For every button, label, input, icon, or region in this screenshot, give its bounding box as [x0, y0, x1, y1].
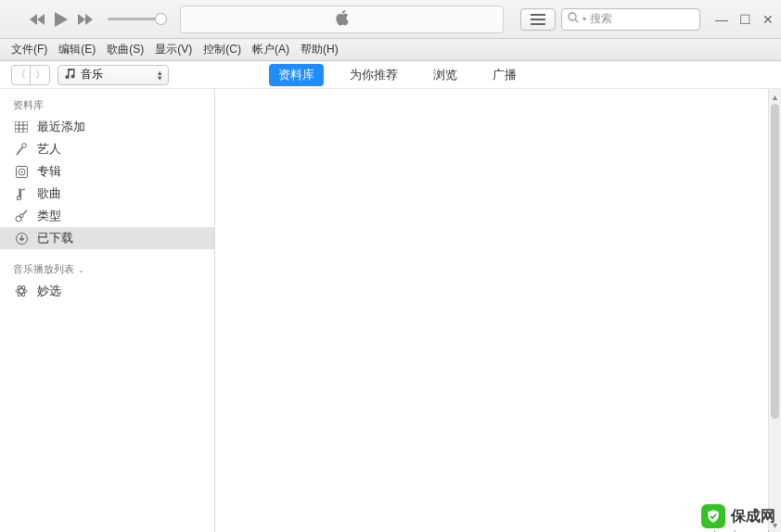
sidebar-item-genius[interactable]: 妙选 [0, 280, 214, 302]
sidebar-item-label: 最近添加 [37, 119, 85, 135]
search-input[interactable]: ▾ 搜索 [561, 8, 700, 31]
scroll-thumb[interactable] [771, 104, 779, 419]
svg-line-1 [575, 19, 578, 22]
search-placeholder: 搜索 [590, 11, 612, 27]
minimize-button[interactable]: — [715, 12, 728, 27]
note-icon [13, 187, 30, 200]
sub-toolbar: 〈 〉 音乐 ▴▾ 资料库 为你推荐 浏览 广播 [0, 61, 781, 89]
album-icon [13, 166, 30, 178]
svg-point-11 [20, 171, 22, 172]
menu-view[interactable]: 显示(V) [149, 42, 198, 57]
sidebar-header-library: 资料库 [0, 95, 214, 116]
music-note-icon [64, 68, 75, 82]
apple-logo-icon [335, 9, 350, 30]
microphone-icon [13, 143, 30, 156]
maximize-button[interactable]: ☐ [739, 12, 751, 27]
main-tabs: 资料库 为你推荐 浏览 广播 [269, 64, 526, 86]
menu-controls[interactable]: 控制(C) [198, 42, 247, 57]
svg-line-14 [23, 210, 28, 215]
svg-rect-2 [15, 121, 28, 133]
playback-controls [30, 11, 163, 28]
sidebar-item-artists[interactable]: 艺人 [0, 138, 214, 160]
media-type-selector[interactable]: 音乐 ▴▾ [58, 65, 169, 85]
svg-point-7 [22, 144, 27, 148]
vertical-scrollbar[interactable]: ▴ ▾ [768, 89, 781, 532]
menu-edit[interactable]: 编辑(E) [53, 42, 101, 57]
sidebar-item-downloaded[interactable]: 已下载 [0, 227, 214, 249]
sidebar-item-recently-added[interactable]: 最近添加 [0, 116, 214, 138]
svg-point-0 [569, 13, 576, 20]
tab-browse[interactable]: 浏览 [424, 64, 467, 86]
menu-file[interactable]: 文件(F) [6, 42, 53, 57]
volume-slider[interactable] [108, 18, 163, 20]
sidebar-item-label: 类型 [37, 208, 61, 224]
download-icon [13, 233, 30, 245]
watermark-badge-icon [701, 504, 725, 528]
tab-for-you[interactable]: 为你推荐 [340, 64, 407, 86]
nav-segment: 〈 〉 [11, 65, 50, 85]
tab-library[interactable]: 资料库 [269, 64, 324, 86]
previous-track-button[interactable] [30, 13, 46, 26]
tab-radio[interactable]: 广播 [483, 64, 526, 86]
sidebar-item-songs[interactable]: 歌曲 [0, 183, 214, 205]
sidebar-item-albums[interactable]: 专辑 [0, 160, 214, 183]
menu-help[interactable]: 帮助(H) [295, 42, 344, 57]
scroll-up-arrow-icon[interactable]: ▴ [769, 89, 781, 104]
search-icon [568, 12, 579, 26]
chevron-down-icon: ▾ [583, 15, 586, 23]
media-select-label: 音乐 [81, 67, 103, 82]
sidebar-item-label: 专辑 [37, 163, 61, 180]
svg-point-16 [16, 289, 27, 294]
main-area: 资料库 最近添加 艺人 专辑 歌曲 类型 已下载 音乐播放列表 ⌄ [0, 89, 781, 532]
sidebar-header-playlists[interactable]: 音乐播放列表 ⌄ [0, 259, 214, 280]
stepper-arrows-icon: ▴▾ [158, 70, 162, 81]
content-area: ▴ ▾ [215, 89, 781, 532]
chevron-down-icon: ⌄ [76, 266, 84, 274]
top-toolbar: ▾ 搜索 — ☐ ✕ [0, 0, 781, 39]
nav-back-button[interactable]: 〈 [12, 66, 31, 84]
next-track-button[interactable] [76, 13, 93, 26]
svg-line-8 [17, 147, 22, 155]
sidebar-item-label: 妙选 [37, 283, 61, 299]
nav-forward-button[interactable]: 〉 [31, 66, 49, 84]
menu-song[interactable]: 歌曲(S) [101, 42, 149, 57]
now-playing-display [180, 6, 504, 33]
sidebar-item-label: 艺人 [37, 141, 61, 158]
guitar-icon [13, 209, 30, 222]
watermark-text: 保成网 [731, 507, 775, 526]
sidebar-item-label: 已下载 [37, 230, 73, 247]
sidebar-item-label: 歌曲 [37, 185, 61, 202]
menu-account[interactable]: 帐户(A) [247, 42, 295, 57]
play-button[interactable] [54, 11, 69, 28]
atom-icon [13, 285, 30, 298]
menu-bar: 文件(F) 编辑(E) 歌曲(S) 显示(V) 控制(C) 帐户(A) 帮助(H… [0, 39, 781, 61]
grid-icon [13, 121, 30, 133]
sidebar-item-genres[interactable]: 类型 [0, 205, 214, 227]
window-controls: — ☐ ✕ [715, 12, 774, 27]
close-button[interactable]: ✕ [762, 12, 774, 27]
sidebar: 资料库 最近添加 艺人 专辑 歌曲 类型 已下载 音乐播放列表 ⌄ [0, 89, 215, 532]
list-view-button[interactable] [520, 8, 556, 31]
watermark: 保成网 zsbaocheng.net [701, 504, 775, 528]
svg-point-12 [16, 216, 21, 222]
